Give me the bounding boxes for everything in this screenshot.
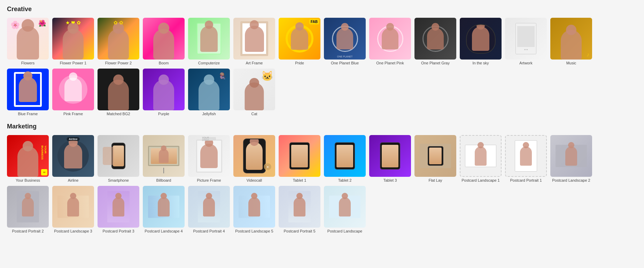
item-tablet3[interactable]: Tablet 3	[369, 135, 411, 182]
label-blue-frame: Blue Frame	[7, 112, 49, 116]
item-in-the-sky[interactable]: In the sky	[460, 18, 502, 65]
label-postcard-landscape4: Postcard Landscape 4	[143, 229, 185, 233]
label-music: Music	[550, 61, 592, 65]
thumb-cat: 🐱	[233, 69, 275, 110]
item-postcard-landscape5[interactable]: Postcard Landscape 5	[233, 186, 275, 233]
thumb-postcard-portrait2	[7, 186, 49, 228]
label-boom: Boom	[143, 61, 185, 65]
thumb-picture-frame: YOUR LOGO	[188, 135, 230, 177]
item-postcard-portrait4[interactable]: Postcard Portrait 4	[188, 186, 230, 233]
thumb-postcard-landscape-extra1	[324, 186, 366, 228]
thumb-pink-frame	[52, 69, 94, 110]
item-postcard-landscape2[interactable]: Postcard Landscape 2	[550, 135, 592, 182]
label-postcard-portrait5: Postcard Portrait 5	[279, 229, 320, 233]
label-pride: Pride	[279, 61, 320, 65]
item-postcard-landscape3[interactable]: Postcard Landscape 3	[52, 186, 94, 233]
label-one-planet-pink: One Planet Pink	[369, 61, 411, 65]
item-videocall[interactable]: ● Videocall	[233, 135, 275, 182]
label-in-the-sky: In the sky	[460, 61, 502, 65]
label-postcard-portrait4: Postcard Portrait 4	[188, 229, 230, 233]
marketing-grid: YOUR BUSINESS 12 Your Business Airline	[7, 135, 637, 233]
thumb-tablet3	[369, 135, 411, 177]
item-airline[interactable]: Airline Airline	[52, 135, 94, 182]
thumb-flowers: 🌸 🌺	[7, 18, 49, 60]
label-postcard-portrait3: Postcard Portrait 3	[98, 229, 139, 233]
label-your-business: Your Business	[7, 178, 49, 182]
label-postcard-portrait2: Postcard Portrait 2	[7, 229, 49, 233]
item-pink-frame[interactable]: Pink Frame	[52, 69, 94, 116]
label-cat: Cat	[233, 112, 275, 116]
thumb-matched-bg2	[98, 69, 139, 110]
item-art-frame[interactable]: Art Frame	[233, 18, 275, 65]
label-flat-lay: Flat Lay	[414, 178, 456, 182]
item-postcard-landscape1[interactable]: Postcard Landscape 1	[460, 135, 502, 182]
thumb-jellyfish: 🪼	[188, 69, 230, 110]
label-postcard-portrait1: Postcard Portrait 1	[505, 178, 547, 182]
label-postcard-landscape2: Postcard Landscape 2	[550, 178, 592, 182]
marketing-section-title: Marketing	[7, 123, 637, 130]
thumb-computerize	[188, 18, 230, 60]
item-postcard-portrait2[interactable]: Postcard Portrait 2	[7, 186, 49, 233]
item-postcard-portrait5[interactable]: Postcard Portrait 5	[279, 186, 320, 233]
thumb-art-frame	[233, 18, 275, 60]
item-picture-frame[interactable]: YOUR LOGO Picture Frame	[188, 135, 230, 182]
thumb-postcard-landscape2	[550, 135, 592, 177]
item-cat[interactable]: 🐱 Cat	[233, 69, 275, 116]
label-one-planet-gray: One Planet Gray	[414, 61, 456, 65]
item-postcard-landscape-extra1[interactable]: Postcard Landscape	[324, 186, 366, 233]
item-artwork[interactable]: ≡ ≡ Artwork	[505, 18, 547, 65]
label-airline: Airline	[52, 178, 94, 182]
thumb-postcard-landscape4	[143, 186, 185, 228]
label-billboard: Billboard	[143, 178, 185, 182]
thumb-smartphone	[98, 135, 139, 177]
item-jellyfish[interactable]: 🪼 Jellyfish	[188, 69, 230, 116]
label-purple: Purple	[143, 112, 185, 116]
item-billboard[interactable]: Billboard	[143, 135, 185, 182]
thumb-postcard-landscape1	[460, 135, 502, 177]
item-one-planet-blue[interactable]: ONE PLANET One Planet Blue	[324, 18, 366, 65]
item-boom[interactable]: Boom	[143, 18, 185, 65]
label-postcard-landscape3: Postcard Landscape 3	[52, 229, 94, 233]
item-matched-bg2[interactable]: Matched BG2	[98, 69, 139, 116]
item-postcard-portrait1[interactable]: Postcard Portrait 1	[505, 135, 547, 182]
thumb-tablet2	[324, 135, 366, 177]
thumb-postcard-portrait5	[279, 186, 320, 228]
thumb-your-business: YOUR BUSINESS 12	[7, 135, 49, 177]
item-tablet1[interactable]: Tablet 1	[279, 135, 320, 182]
label-matched-bg2: Matched BG2	[98, 112, 139, 116]
item-postcard-portrait3[interactable]: Postcard Portrait 3	[98, 186, 139, 233]
item-pride[interactable]: FAB Pride	[279, 18, 320, 65]
thumb-postcard-portrait3	[98, 186, 139, 228]
item-smartphone[interactable]: Smartphone	[98, 135, 139, 182]
label-artwork: Artwork	[505, 61, 547, 65]
item-music[interactable]: ♪ Music	[550, 18, 592, 65]
main-container: Creative 🌸 🌺 Flowers	[0, 0, 644, 246]
label-flower-power-2: Flower Power 2	[98, 61, 139, 65]
item-blue-frame[interactable]: Blue Frame	[7, 69, 49, 116]
thumb-in-the-sky	[460, 18, 502, 60]
label-picture-frame: Picture Frame	[188, 178, 230, 182]
item-computerize[interactable]: Computerize	[188, 18, 230, 65]
label-postcard-landscape5: Postcard Landscape 5	[233, 229, 275, 233]
creative-section: Creative 🌸 🌺 Flowers	[7, 6, 637, 116]
item-postcard-landscape4[interactable]: Postcard Landscape 4	[143, 186, 185, 233]
label-flowers: Flowers	[7, 61, 49, 65]
item-one-planet-pink[interactable]: One Planet Pink	[369, 18, 411, 65]
thumb-flower-power2: ✿ ✿	[98, 18, 139, 60]
label-flower-power-1: Flower Power 1	[52, 61, 94, 65]
label-postcard-landscape-extra1: Postcard Landscape	[324, 229, 366, 233]
thumb-artwork: ≡ ≡	[505, 18, 547, 60]
item-purple[interactable]: Purple	[143, 69, 185, 116]
item-your-business[interactable]: YOUR BUSINESS 12 Your Business	[7, 135, 49, 182]
label-smartphone: Smartphone	[98, 178, 139, 182]
item-flower-power-2[interactable]: ✿ ✿ Flower Power 2	[98, 18, 139, 65]
thumb-flower-power1: ★ ❤ ✿	[52, 18, 94, 60]
label-tablet1: Tablet 1	[279, 178, 320, 182]
item-one-planet-gray[interactable]: One Planet Gray	[414, 18, 456, 65]
item-tablet2[interactable]: Tablet 2	[324, 135, 366, 182]
thumb-blue-frame	[7, 69, 49, 110]
item-flower-power-1[interactable]: ★ ❤ ✿ Flower Power 1	[52, 18, 94, 65]
item-flat-lay[interactable]: Flat Lay	[414, 135, 456, 182]
item-flowers[interactable]: 🌸 🌺 Flowers	[7, 18, 49, 65]
creative-grid: 🌸 🌺 Flowers ★ ❤ ✿ Flower Power 1	[7, 18, 637, 116]
